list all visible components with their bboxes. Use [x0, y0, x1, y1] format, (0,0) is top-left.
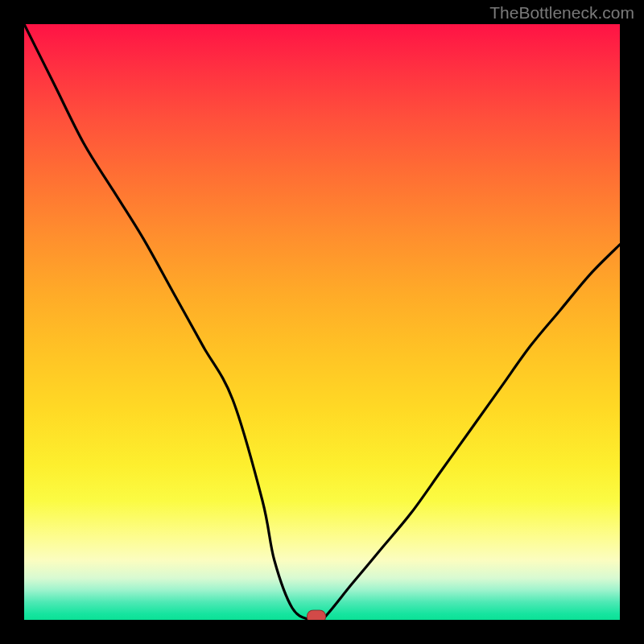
watermark-text: TheBottleneck.com: [489, 3, 634, 23]
plot-area: [24, 24, 620, 620]
optimal-point-marker: [307, 610, 326, 621]
bottleneck-curve-svg: [24, 24, 620, 620]
chart-frame: TheBottleneck.com: [0, 0, 644, 644]
bottleneck-curve-path: [24, 24, 620, 620]
